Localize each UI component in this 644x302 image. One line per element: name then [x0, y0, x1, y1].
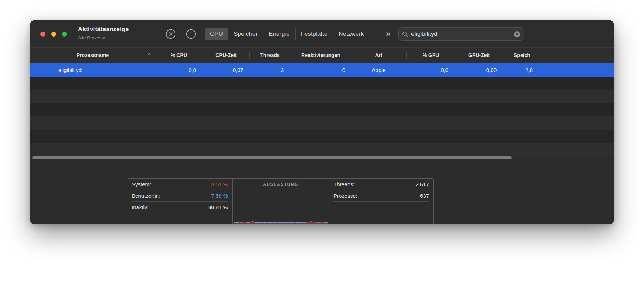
empty-row	[30, 143, 614, 156]
stat-value: 637	[420, 193, 429, 199]
stat-value: 88,81 %	[208, 204, 228, 210]
cell-reaktivierungen: 0	[291, 63, 351, 77]
cell-art: Apple	[351, 63, 406, 77]
quit-process-icon[interactable]	[165, 29, 176, 39]
column-header-reaktivierungen[interactable]: Reaktivierungen	[291, 48, 351, 63]
cell-gpu: 0,0	[406, 63, 455, 77]
stat-value: 7,68 %	[211, 193, 228, 199]
column-header-gpu-zeit[interactable]: GPU-Zeit	[455, 48, 503, 63]
stat-label: Benutzer:in:	[132, 193, 160, 199]
column-header-threads[interactable]: Threads	[249, 48, 291, 63]
sort-asc-icon: ⌃	[147, 48, 151, 63]
tab-festplatte[interactable]: Festplatte	[295, 28, 333, 40]
search-input[interactable]	[408, 30, 514, 38]
stat-row-threads: Threads: 2.617	[333, 179, 429, 190]
tab-netzwerk[interactable]: Netzwerk	[333, 28, 369, 40]
column-header-gpu[interactable]: % GPU	[406, 48, 455, 63]
load-box: AUSLASTUNG	[232, 179, 329, 224]
clear-search-icon[interactable]: ✕	[514, 31, 520, 37]
stat-label: Threads:	[333, 181, 355, 187]
empty-row	[30, 130, 614, 143]
title-block: Aktivitätsanzeige Alle Prozesse	[78, 26, 129, 40]
stat-label: System:	[132, 181, 151, 187]
column-header-speicher[interactable]: Speich	[503, 48, 614, 63]
empty-row	[30, 90, 614, 103]
column-header-cpu[interactable]: % CPU	[155, 48, 203, 63]
tab-energie[interactable]: Energie	[263, 28, 295, 40]
column-header-art[interactable]: Art	[351, 48, 406, 63]
table-header: Prozessname ⌃ % CPU CPU-Zeit Threads Rea…	[30, 47, 614, 63]
titlebar: Aktivitätsanzeige Alle Prozesse CPU	[30, 20, 614, 48]
stats-panel: System: 3,51 % Benutzer:in: 7,68 % Inakt…	[30, 163, 614, 224]
load-graph	[234, 218, 328, 224]
cell-gpu-zeit: 0,00	[455, 63, 503, 77]
empty-row	[30, 103, 614, 116]
cpu-usage-box: System: 3,51 % Benutzer:in: 7,68 % Inakt…	[127, 179, 232, 224]
cell-speicher: 2,8	[503, 63, 614, 77]
stat-label: Prozesse:	[333, 193, 357, 199]
stat-row-system: System: 3,51 %	[132, 179, 228, 190]
close-window-button[interactable]	[40, 32, 45, 37]
stat-row-prozesse: Prozesse: 637	[333, 190, 429, 202]
desktop: Aktivitätsanzeige Alle Prozesse CPU	[0, 0, 644, 302]
cell-prozessname: eligibilityd	[30, 63, 155, 77]
stat-value: 3,51 %	[211, 181, 228, 187]
column-header-cpu-zeit[interactable]: CPU-Zeit	[203, 48, 249, 63]
zoom-window-button[interactable]	[62, 32, 67, 37]
stat-row-benutzer: Benutzer:in: 7,68 %	[132, 190, 228, 202]
load-title: AUSLASTUNG	[236, 179, 326, 190]
view-tabs: CPU Speicher Energie Festplatte Netzwerk	[205, 28, 369, 40]
process-table: eligibilityd 0,0 0,07 3 0 Apple 0,0 0,00…	[30, 63, 614, 156]
search-icon	[402, 31, 408, 37]
activity-monitor-window: Aktivitätsanzeige Alle Prozesse CPU	[30, 20, 614, 224]
stat-label: Inaktiv:	[132, 204, 149, 210]
cell-cpu-zeit: 0,07	[203, 63, 249, 77]
window-subtitle: Alle Prozesse	[78, 35, 129, 40]
inspect-process-icon[interactable]	[186, 29, 196, 39]
tab-speicher[interactable]: Speicher	[228, 28, 263, 40]
empty-row	[30, 116, 614, 130]
column-header-prozessname[interactable]: Prozessname ⌃	[30, 48, 155, 63]
counts-box: Threads: 2.617 Prozesse: 637	[329, 179, 433, 224]
stat-value: 2.617	[415, 181, 429, 187]
table-row[interactable]: eligibilityd 0,0 0,07 3 0 Apple 0,0 0,00…	[30, 63, 614, 77]
horizontal-scrollbar[interactable]	[32, 156, 512, 159]
empty-row	[30, 77, 614, 90]
stats-group: System: 3,51 % Benutzer:in: 7,68 % Inakt…	[127, 178, 434, 224]
window-title: Aktivitätsanzeige	[78, 26, 129, 33]
tab-cpu[interactable]: CPU	[205, 28, 228, 40]
search-field: ✕	[398, 27, 524, 41]
minimize-window-button[interactable]	[51, 32, 56, 37]
toolbar-overflow-icon[interactable]: »	[383, 28, 394, 40]
cell-threads: 3	[249, 63, 291, 77]
stat-row-inaktiv: Inaktiv: 88,81 %	[132, 202, 228, 213]
cell-cpu: 0,0	[155, 63, 203, 77]
